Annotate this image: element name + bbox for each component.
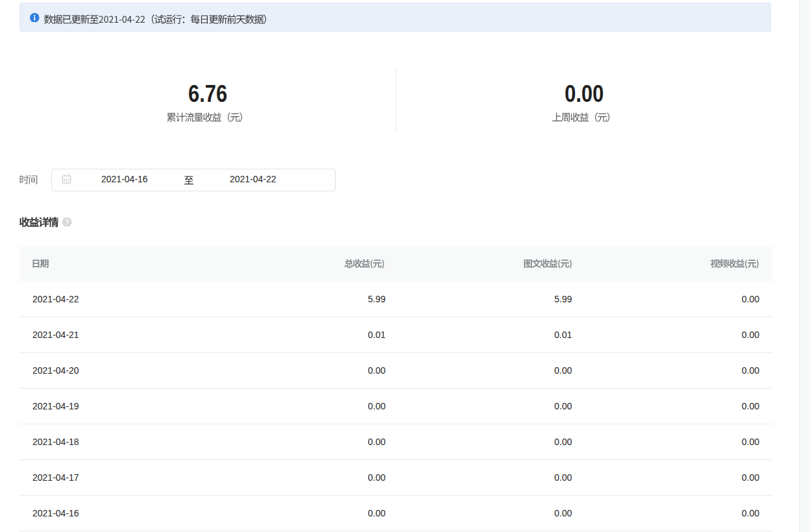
svg-text:?: ?	[65, 218, 69, 226]
